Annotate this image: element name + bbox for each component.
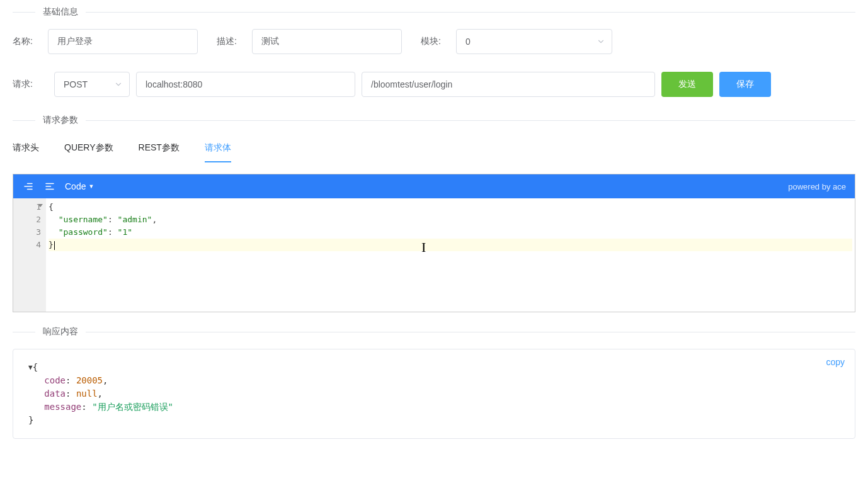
params-tabs: 请求头 QUERY参数 REST参数 请求体 (13, 137, 855, 162)
collapse-toggle-icon[interactable]: ▼ (28, 363, 33, 373)
section-title-params: 请求参数 (35, 115, 86, 126)
mode-label: Code (65, 181, 86, 191)
editor-toolbar: Code ▼ powered by ace (13, 174, 855, 198)
desc-input[interactable] (252, 29, 402, 54)
editor-gutter: 1 2 3 4 (13, 198, 46, 312)
request-row: 请求: POST 发送 保存 (13, 72, 855, 97)
path-input[interactable] (362, 72, 655, 97)
module-select[interactable]: 0 (456, 29, 612, 54)
basic-info-row: 名称: 描述: 模块: 0 (13, 29, 855, 54)
fold-marker-icon[interactable] (38, 204, 43, 207)
response-box: copy ▼{ code: 20005, data: null, message… (13, 349, 855, 439)
dropdown-triangle-icon: ▼ (88, 183, 94, 190)
save-button[interactable]: 保存 (719, 72, 771, 97)
tab-headers[interactable]: 请求头 (13, 137, 39, 162)
editor-body[interactable]: 1 2 3 4 { "username": "admin", "password… (13, 198, 855, 312)
format-icon[interactable] (22, 180, 35, 193)
name-input[interactable] (48, 29, 198, 54)
method-select[interactable]: POST (54, 72, 130, 97)
chevron-down-icon (114, 80, 123, 89)
copy-button[interactable]: copy (826, 356, 845, 369)
section-response: 响应内容 (13, 326, 855, 337)
host-input[interactable] (136, 72, 355, 97)
compact-icon[interactable] (43, 180, 56, 193)
mode-select[interactable]: Code ▼ (65, 181, 94, 191)
powered-by: powered by ace (788, 182, 846, 191)
code-area[interactable]: { "username": "admin", "password": "1" }… (46, 198, 855, 312)
request-label: 请求: (13, 79, 48, 90)
chevron-down-icon (597, 37, 605, 46)
module-value: 0 (465, 37, 471, 47)
json-editor: Code ▼ powered by ace 1 2 3 4 { "usernam… (13, 174, 855, 312)
section-basic-info: 基础信息 (13, 6, 855, 18)
module-label: 模块: (421, 36, 456, 47)
section-title-basic: 基础信息 (35, 6, 86, 18)
section-request-params: 请求参数 (13, 115, 855, 126)
name-label: 名称: (13, 36, 48, 47)
method-value: POST (64, 79, 88, 89)
send-button[interactable]: 发送 (661, 72, 713, 97)
section-title-response: 响应内容 (35, 326, 86, 337)
desc-label: 描述: (217, 36, 252, 47)
tab-body[interactable]: 请求体 (205, 137, 231, 162)
tab-query[interactable]: QUERY参数 (64, 137, 113, 162)
text-caret (54, 241, 55, 250)
tab-rest[interactable]: REST参数 (139, 137, 180, 162)
